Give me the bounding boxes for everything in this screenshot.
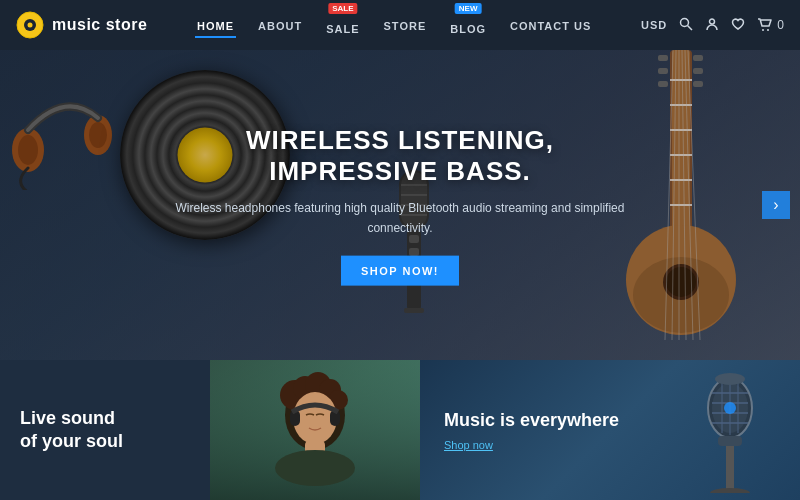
nav-link-store[interactable]: STORE: [382, 16, 429, 36]
svg-point-9: [18, 135, 38, 165]
user-icon[interactable]: [705, 17, 719, 34]
nav-item-home[interactable]: HOME: [195, 16, 236, 34]
hero-title: WIRELESS LISTENING, IMPRESSIVE BASS.: [160, 125, 640, 187]
navbar: music store HOME ABOUT SALE SALE STORE N…: [0, 0, 800, 50]
vintage-mic-icon: [680, 363, 780, 493]
svg-point-7: [767, 29, 769, 31]
hero-content: WIRELESS LISTENING, IMPRESSIVE BASS. Wir…: [160, 125, 640, 286]
nav-item-contact[interactable]: CONTACT US: [508, 16, 593, 34]
headphones-icon: [10, 80, 120, 190]
bottom-panels: Live sound of your soul: [0, 360, 800, 500]
nav-link-home[interactable]: HOME: [195, 16, 236, 38]
panel-left-line2: of your soul: [20, 430, 190, 453]
nav-item-blog[interactable]: NEW BLOG: [448, 13, 488, 37]
sale-badge: SALE: [328, 3, 357, 14]
svg-rect-47: [404, 308, 424, 313]
currency-selector[interactable]: USD: [641, 19, 667, 31]
svg-rect-33: [693, 68, 703, 74]
svg-rect-35: [693, 81, 703, 87]
cart-area[interactable]: 0: [757, 18, 784, 32]
brand-name: music store: [52, 16, 147, 34]
panel-music-everywhere: Music is everywhere Shop now: [420, 360, 800, 500]
nav-link-blog[interactable]: BLOG: [448, 19, 488, 39]
svg-rect-74: [718, 436, 742, 446]
main-nav: HOME ABOUT SALE SALE STORE NEW BLOG CONT…: [195, 13, 593, 37]
svg-point-73: [715, 373, 745, 385]
nav-item-about[interactable]: ABOUT: [256, 16, 304, 34]
person-headphones-illustration: [210, 360, 420, 500]
panel-live-sound: Live sound of your soul: [0, 360, 210, 500]
svg-point-6: [762, 29, 764, 31]
cart-count: 0: [777, 18, 784, 32]
mic-decoration: [680, 363, 780, 497]
svg-rect-31: [693, 55, 703, 61]
svg-rect-30: [658, 55, 668, 61]
panel-person: [210, 360, 420, 500]
nav-link-contact[interactable]: CONTACT US: [508, 16, 593, 36]
panel-right-title: Music is everywhere: [444, 410, 660, 431]
navbar-icons: USD 0: [641, 17, 784, 34]
brand[interactable]: music store: [16, 11, 147, 39]
chevron-right-icon: ›: [773, 196, 778, 214]
hero-subtitle: Wireless headphones featuring high quali…: [160, 199, 640, 237]
hero-section: WIRELESS LISTENING, IMPRESSIVE BASS. Wir…: [0, 50, 800, 360]
svg-rect-34: [658, 81, 668, 87]
svg-point-61: [710, 488, 750, 493]
headphones-decoration: [10, 80, 120, 190]
wishlist-icon[interactable]: [731, 17, 745, 34]
svg-rect-32: [658, 68, 668, 74]
svg-point-59: [275, 450, 355, 486]
hero-background: WIRELESS LISTENING, IMPRESSIVE BASS. Wir…: [0, 50, 800, 360]
svg-point-5: [710, 19, 715, 24]
nav-link-sale[interactable]: SALE: [324, 19, 361, 39]
panel-center-background: [210, 360, 420, 500]
panel-left-line1: Live sound: [20, 407, 190, 430]
hero-next-button[interactable]: ›: [762, 191, 790, 219]
shop-now-button[interactable]: SHOP NOW!: [341, 255, 459, 285]
svg-point-3: [681, 18, 689, 26]
svg-point-11: [89, 122, 107, 148]
nav-link-about[interactable]: ABOUT: [256, 16, 304, 36]
search-icon[interactable]: [679, 17, 693, 34]
new-badge: NEW: [455, 3, 482, 14]
svg-rect-60: [726, 443, 734, 493]
shop-now-link[interactable]: Shop now: [444, 439, 660, 451]
cart-icon: [757, 18, 773, 32]
nav-item-sale[interactable]: SALE SALE: [324, 13, 361, 37]
svg-point-2: [28, 23, 33, 28]
svg-point-71: [724, 402, 736, 414]
svg-line-4: [688, 25, 693, 30]
nav-item-store[interactable]: STORE: [382, 16, 429, 34]
brand-logo-icon: [16, 11, 44, 39]
